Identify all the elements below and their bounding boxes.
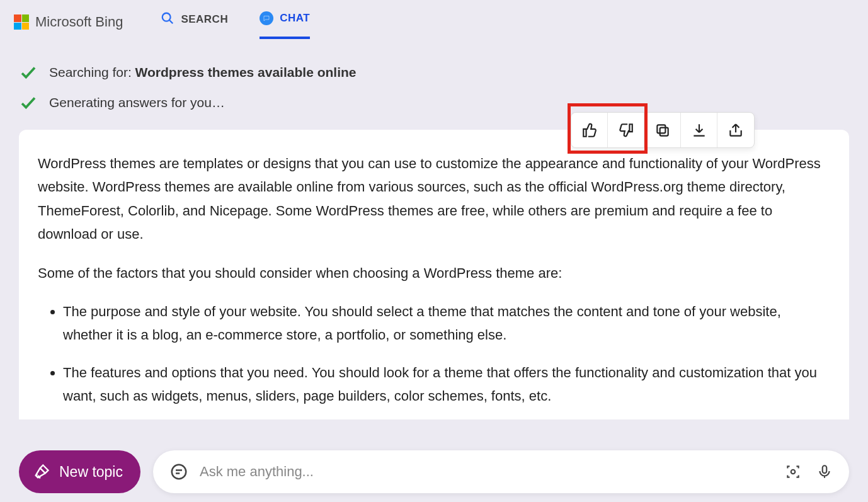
tab-search-label: SEARCH xyxy=(181,13,228,26)
answer-list-item: The purpose and style of your website. Y… xyxy=(63,300,830,347)
message-icon xyxy=(169,462,188,481)
search-icon xyxy=(161,11,174,28)
svg-point-4 xyxy=(172,465,186,479)
svg-rect-2 xyxy=(660,127,668,135)
brand-block[interactable]: Microsoft Bing xyxy=(14,14,123,30)
checkmark-icon xyxy=(19,63,38,82)
tab-search[interactable]: SEARCH xyxy=(161,5,228,40)
svg-rect-3 xyxy=(657,125,665,133)
download-icon xyxy=(691,122,707,139)
camera-scan-icon[interactable] xyxy=(785,464,801,480)
new-topic-label: New topic xyxy=(59,464,123,481)
input-right-icons xyxy=(785,464,833,480)
svg-point-5 xyxy=(791,470,796,474)
copy-icon xyxy=(654,122,671,139)
download-button[interactable] xyxy=(681,113,717,147)
svg-line-1 xyxy=(169,20,173,23)
tab-chat[interactable]: CHAT xyxy=(260,5,310,39)
thumbs-down-button[interactable] xyxy=(608,113,644,147)
header: Microsoft Bing SEARCH CHAT xyxy=(0,0,868,38)
status-searching: Searching for: Wordpress themes availabl… xyxy=(19,63,849,82)
ask-input[interactable] xyxy=(200,464,774,480)
answer-card: WordPress themes are templates or design… xyxy=(19,130,849,419)
checkmark-icon xyxy=(19,93,38,112)
svg-rect-6 xyxy=(823,465,827,473)
microphone-icon[interactable] xyxy=(816,464,833,480)
status-generating: Generating answers for you… xyxy=(19,93,849,112)
chat-icon xyxy=(260,11,273,25)
bottom-bar: New topic xyxy=(19,450,849,493)
new-topic-button[interactable]: New topic xyxy=(19,450,140,493)
microsoft-logo-icon xyxy=(14,14,29,30)
thumbs-up-button[interactable] xyxy=(571,113,608,147)
ask-box[interactable] xyxy=(153,450,849,493)
thumbs-up-icon xyxy=(581,122,598,139)
answer-paragraph: WordPress themes are templates or design… xyxy=(38,152,830,246)
svg-point-0 xyxy=(163,13,171,21)
tab-chat-label: CHAT xyxy=(280,12,310,25)
tabs: SEARCH CHAT xyxy=(161,5,310,40)
copy-button[interactable] xyxy=(644,113,681,147)
status-searching-text: Searching for: Wordpress themes availabl… xyxy=(49,65,356,80)
share-button[interactable] xyxy=(717,113,754,147)
answer-paragraph: Some of the factors that you should cons… xyxy=(38,261,830,285)
broom-icon xyxy=(33,463,50,481)
share-icon xyxy=(728,122,744,139)
feedback-bar xyxy=(571,112,755,148)
answer-list-item: The features and options that you need. … xyxy=(63,361,830,408)
thumbs-down-icon xyxy=(618,122,634,139)
brand-name: Microsoft Bing xyxy=(35,14,123,30)
status-generating-text: Generating answers for you… xyxy=(49,95,225,110)
answer-list: The purpose and style of your website. Y… xyxy=(38,300,830,408)
